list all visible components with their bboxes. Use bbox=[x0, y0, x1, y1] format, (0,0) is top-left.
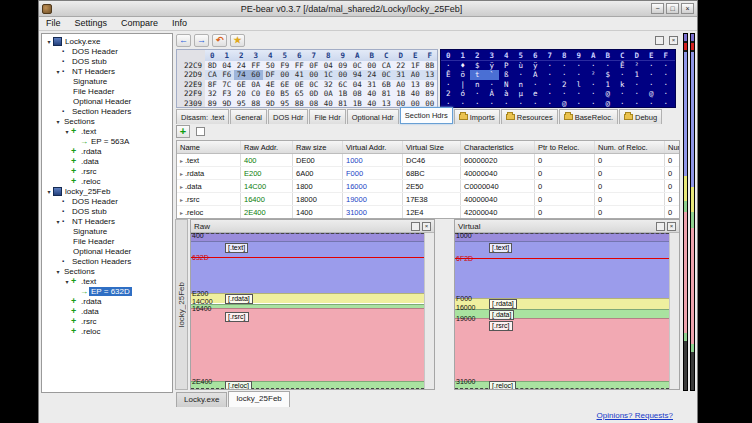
ascii-char[interactable]: n bbox=[514, 80, 529, 89]
tree-item-rsrc[interactable]: +.rsrc bbox=[42, 316, 172, 326]
close-panel-icon[interactable]: × bbox=[669, 36, 678, 45]
ascii-char[interactable]: k bbox=[615, 80, 630, 89]
ascii-char[interactable]: à bbox=[499, 89, 514, 98]
hex-byte[interactable]: E0 bbox=[263, 89, 278, 98]
minimap-strip[interactable] bbox=[683, 33, 688, 391]
tree-item-locky-25feb[interactable]: ▾locky_25Feb bbox=[42, 186, 172, 196]
ascii-char[interactable]: À bbox=[485, 89, 500, 98]
minimize-button[interactable]: − bbox=[651, 3, 664, 14]
feedback-link[interactable]: Opinions? Requests? bbox=[597, 411, 674, 420]
hex-byte[interactable]: 1B bbox=[336, 89, 351, 98]
expander-icon[interactable]: ▾ bbox=[54, 118, 62, 125]
expander-icon[interactable]: ▾ bbox=[63, 128, 71, 135]
hex-byte[interactable]: 8D bbox=[205, 61, 220, 70]
hex-byte[interactable]: 0A bbox=[249, 80, 264, 89]
ascii-char[interactable]: Ê bbox=[615, 61, 630, 70]
undock-icon[interactable] bbox=[411, 222, 420, 231]
ascii-char[interactable]: ` bbox=[485, 70, 500, 79]
table-row[interactable]: ▸.reloc2E40014003100012E442000040000 bbox=[177, 206, 679, 219]
tab-basereloc[interactable]: BaseReloc. bbox=[559, 109, 618, 124]
hex-byte[interactable]: 1C bbox=[321, 70, 336, 79]
tree-item-data[interactable]: +.data bbox=[42, 306, 172, 316]
hex-byte[interactable]: A0 bbox=[408, 70, 423, 79]
row-expander-icon[interactable]: ▸ bbox=[180, 197, 183, 203]
ascii-char[interactable]: · bbox=[586, 61, 601, 70]
ascii-char[interactable]: Ê bbox=[441, 70, 456, 79]
hex-byte[interactable]: 0F bbox=[307, 61, 322, 70]
row-expander-icon[interactable]: ▸ bbox=[180, 184, 183, 190]
ascii-char[interactable]: n bbox=[470, 80, 485, 89]
ascii-char[interactable]: · bbox=[615, 70, 630, 79]
ascii-char[interactable]: ß bbox=[499, 70, 514, 79]
ascii-char[interactable]: · bbox=[485, 80, 500, 89]
ascii-char[interactable]: · bbox=[630, 89, 645, 98]
section-band-headers[interactable] bbox=[191, 233, 424, 241]
ascii-char[interactable]: · bbox=[586, 89, 601, 98]
tab-section-hdrs[interactable]: Section Hdrs bbox=[400, 107, 453, 124]
tree-item-reloc[interactable]: +.reloc bbox=[42, 326, 172, 336]
tab-file-hdr[interactable]: File Hdr bbox=[309, 109, 345, 124]
ascii-char[interactable]: | bbox=[456, 80, 471, 89]
tree-item-file-header[interactable]: File Header bbox=[42, 236, 172, 246]
ascii-char[interactable]: ² bbox=[630, 61, 645, 70]
tree-item-dos-stub[interactable]: ▪DOS stub bbox=[42, 56, 172, 66]
hex-byte[interactable]: A0 bbox=[394, 80, 409, 89]
tree-item-sections[interactable]: ▾Sections bbox=[42, 266, 172, 276]
ascii-char[interactable]: ÿ bbox=[528, 61, 543, 70]
minimap-strip[interactable] bbox=[690, 33, 695, 391]
tree-item-text[interactable]: ▾+.text bbox=[42, 126, 172, 136]
hex-byte[interactable]: F6 bbox=[220, 70, 235, 79]
ascii-char[interactable]: · bbox=[644, 70, 659, 79]
hex-byte[interactable]: 94 bbox=[350, 70, 365, 79]
column-header-ptr-to-reloc[interactable]: Ptr to Reloc. bbox=[535, 141, 595, 153]
ascii-char[interactable]: · bbox=[644, 61, 659, 70]
hex-bytes-view[interactable]: 0123456789ABCDEF22C98D0424FF50F9FF0F0409… bbox=[176, 49, 438, 108]
ascii-char[interactable]: l bbox=[572, 80, 587, 89]
undock-icon[interactable] bbox=[656, 222, 665, 231]
column-header-name[interactable]: Name bbox=[177, 141, 241, 153]
hex-byte[interactable]: 09 bbox=[336, 61, 351, 70]
section-band-data[interactable] bbox=[455, 309, 669, 319]
hex-byte[interactable]: 20 bbox=[234, 89, 249, 98]
tab-optional-hdr[interactable]: Optional Hdr bbox=[347, 109, 399, 124]
ascii-char[interactable]: · bbox=[557, 89, 572, 98]
hex-byte[interactable]: 04 bbox=[321, 61, 336, 70]
hex-byte[interactable]: 22 bbox=[394, 61, 409, 70]
raw-section-chart[interactable]: 400632DE20014C00164002E400[.text][.rdata… bbox=[191, 233, 424, 389]
ascii-char[interactable]: · bbox=[543, 80, 558, 89]
tree-item-ep-563a[interactable]: →EP = 563A bbox=[42, 136, 172, 146]
hex-byte[interactable]: 8B bbox=[423, 61, 438, 70]
hex-byte[interactable]: 32 bbox=[321, 80, 336, 89]
hex-byte[interactable]: FF bbox=[292, 61, 307, 70]
hex-byte[interactable]: C0 bbox=[249, 89, 264, 98]
tree-item-section-headers[interactable]: ▪Section Headers bbox=[42, 106, 172, 116]
tab-dos-hdr[interactable]: DOS Hdr bbox=[268, 109, 308, 124]
hex-byte[interactable]: 04 bbox=[220, 61, 235, 70]
forward-icon[interactable]: → bbox=[194, 34, 209, 47]
hex-byte[interactable]: 0D bbox=[307, 89, 322, 98]
ascii-char[interactable]: · bbox=[572, 70, 587, 79]
hex-byte[interactable]: 0A bbox=[321, 89, 336, 98]
menu-compare[interactable]: Compare bbox=[114, 17, 165, 30]
ascii-char[interactable]: · bbox=[528, 80, 543, 89]
hex-byte[interactable]: F3 bbox=[220, 89, 235, 98]
hex-byte[interactable]: 1B bbox=[394, 89, 409, 98]
ascii-char[interactable]: P bbox=[499, 61, 514, 70]
ascii-char[interactable]: · bbox=[441, 61, 456, 70]
column-header-num-of-reloc[interactable]: Num. of Reloc. bbox=[595, 141, 665, 153]
hex-byte[interactable]: 31 bbox=[394, 70, 409, 79]
expander-icon[interactable]: ▾ bbox=[45, 38, 53, 45]
table-row[interactable]: ▸.data14C001800160002E50C0000040000 bbox=[177, 180, 679, 193]
hex-byte[interactable]: 13 bbox=[408, 80, 423, 89]
hex-byte[interactable]: 60 bbox=[249, 70, 264, 79]
hex-byte[interactable]: CA bbox=[379, 61, 394, 70]
section-band-text[interactable] bbox=[455, 241, 669, 298]
ascii-char[interactable]: $ bbox=[601, 70, 616, 79]
tree-item-text[interactable]: ▾+.text bbox=[42, 276, 172, 286]
hex-byte[interactable]: 89 bbox=[423, 89, 438, 98]
section-band-rsrc[interactable] bbox=[455, 318, 669, 380]
expander-icon[interactable]: ▾ bbox=[54, 268, 62, 275]
ascii-char[interactable]: · bbox=[572, 61, 587, 70]
add-section-button[interactable]: + bbox=[176, 125, 190, 138]
tree-item-dos-header[interactable]: ▪DOS Header bbox=[42, 46, 172, 56]
